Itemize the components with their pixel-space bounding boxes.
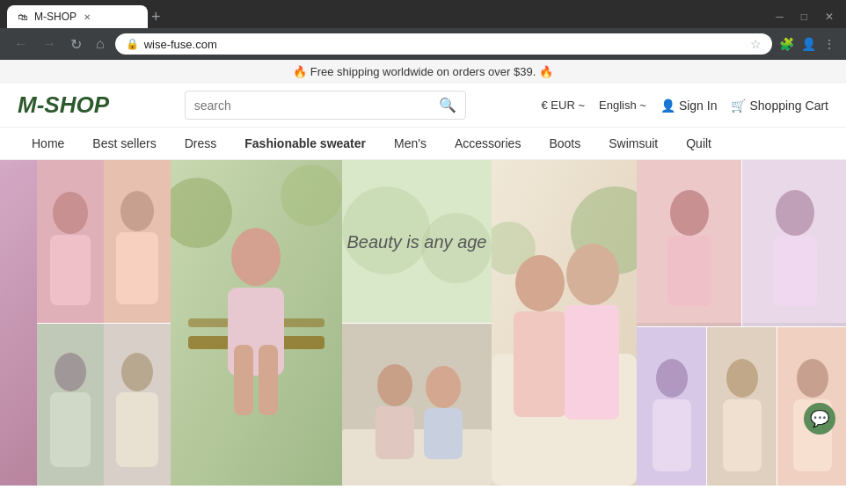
address-bar[interactable]: 🔒 wise-fuse.com ☆ <box>115 33 772 55</box>
svg-point-45 <box>656 359 688 398</box>
cart-icon: 🛒 <box>731 99 746 113</box>
nav-quilt[interactable]: Quilt <box>672 128 726 159</box>
col-left-strip <box>0 160 37 486</box>
col-right <box>637 160 846 486</box>
svg-point-51 <box>797 359 828 398</box>
maximize-button[interactable]: □ <box>796 9 813 25</box>
svg-rect-35 <box>514 311 566 417</box>
tab-title: M-SHOP <box>34 11 77 23</box>
svg-point-42 <box>776 190 814 236</box>
svg-point-48 <box>726 359 758 398</box>
img-outfit-4 <box>707 327 777 486</box>
new-tab-button[interactable]: + <box>151 8 161 26</box>
profile-icon[interactable]: 👤 <box>801 37 816 51</box>
col-right-top <box>637 160 846 326</box>
language-selector[interactable]: English ~ <box>599 99 646 112</box>
reload-button[interactable]: ↻ <box>67 34 85 55</box>
nav-mens[interactable]: Men's <box>380 128 441 159</box>
toolbar-icons: 🧩 👤 ⋮ <box>779 37 835 51</box>
img-col2-top <box>37 160 104 323</box>
svg-point-34 <box>515 255 565 311</box>
img-strip-1 <box>0 160 37 486</box>
cart-label: Shopping Cart <box>749 99 828 113</box>
svg-rect-5 <box>50 392 91 467</box>
sign-in-button[interactable]: 👤 Sign In <box>660 99 718 113</box>
img-outfit-2 <box>742 160 846 326</box>
close-button[interactable]: ✕ <box>820 9 839 25</box>
search-icon[interactable]: 🔍 <box>439 97 456 113</box>
nav-home[interactable]: Home <box>18 128 78 159</box>
svg-rect-17 <box>234 345 253 415</box>
svg-rect-8 <box>116 232 158 304</box>
svg-rect-11 <box>116 392 158 467</box>
url-text: wise-fuse.com <box>144 38 745 51</box>
svg-rect-49 <box>723 399 762 471</box>
img-col2-bottom <box>37 324 104 486</box>
svg-point-7 <box>120 191 154 231</box>
forward-button[interactable]: → <box>39 34 60 54</box>
banner-text: 🔥 Free shipping worldwide on orders over… <box>293 65 553 78</box>
currency-selector[interactable]: € EUR ~ <box>542 99 586 112</box>
svg-point-26 <box>377 364 412 406</box>
tab-favicon: 🛍 <box>18 11 27 22</box>
svg-rect-25 <box>342 429 492 486</box>
svg-rect-43 <box>773 236 817 306</box>
nav-swimsuit[interactable]: Swimsuit <box>594 128 672 159</box>
svg-point-20 <box>281 164 342 226</box>
back-button[interactable]: ← <box>11 34 32 54</box>
img-two-women-sitting <box>342 324 492 486</box>
svg-rect-2 <box>50 235 91 305</box>
svg-point-10 <box>121 353 153 391</box>
site-header: M-SHOP 🔍 € EUR ~ English ~ 👤 Sign In 🛒 S… <box>0 84 846 128</box>
search-bar[interactable]: 🔍 <box>185 91 466 120</box>
nav-fashionable-sweater[interactable]: Fashionable sweater <box>230 128 380 159</box>
lock-icon: 🔒 <box>126 38 139 50</box>
svg-rect-18 <box>259 345 278 415</box>
browser-tab-active[interactable]: 🛍 M-SHOP ✕ <box>7 5 148 28</box>
menu-icon[interactable]: ⋮ <box>823 37 835 51</box>
col-3 <box>104 160 171 486</box>
img-col3-top <box>104 160 171 323</box>
svg-rect-27 <box>376 406 414 459</box>
svg-point-15 <box>231 228 281 286</box>
svg-point-39 <box>670 190 709 236</box>
header-right: € EUR ~ English ~ 👤 Sign In 🛒 Shopping C… <box>542 99 828 113</box>
svg-rect-40 <box>667 236 711 306</box>
nav-boots[interactable]: Boots <box>535 128 594 159</box>
nav-best-sellers[interactable]: Best sellers <box>78 128 170 159</box>
tab-close-button[interactable]: ✕ <box>84 12 91 22</box>
image-mosaic: Beauty is any age <box>0 160 846 486</box>
img-women-couch <box>492 160 637 486</box>
search-input[interactable] <box>194 99 432 113</box>
col-5: Beauty is any age <box>342 160 492 486</box>
chat-bubble[interactable]: 💬 <box>804 403 835 435</box>
svg-point-36 <box>566 244 619 305</box>
svg-rect-29 <box>424 408 463 459</box>
extensions-icon[interactable]: 🧩 <box>779 37 794 51</box>
img-beauty-overlay: Beauty is any age <box>342 160 492 323</box>
svg-rect-46 <box>653 399 691 471</box>
nav-accessories[interactable]: Accessories <box>441 128 535 159</box>
minimize-button[interactable]: ─ <box>770 9 789 25</box>
sign-in-label: Sign In <box>679 99 718 113</box>
img-outfit-1 <box>637 160 741 326</box>
currency-label: € EUR ~ <box>542 99 586 112</box>
svg-point-1 <box>53 192 88 234</box>
chat-icon: 💬 <box>810 409 829 428</box>
home-button[interactable]: ⌂ <box>92 34 108 54</box>
user-icon: 👤 <box>660 99 675 113</box>
beauty-tagline: Beauty is any age <box>347 230 487 254</box>
shipping-banner: 🔥 Free shipping worldwide on orders over… <box>0 60 846 84</box>
img-center-bench <box>171 160 342 486</box>
star-icon[interactable]: ☆ <box>750 37 762 51</box>
svg-rect-37 <box>565 305 619 420</box>
site-logo[interactable]: M-SHOP <box>18 91 109 119</box>
svg-point-28 <box>426 366 461 408</box>
main-nav: Home Best sellers Dress Fashionable swea… <box>0 128 846 160</box>
img-outfit-3 <box>637 327 706 486</box>
window-controls: ─ □ ✕ <box>770 9 839 25</box>
shopping-cart-button[interactable]: 🛒 Shopping Cart <box>731 99 828 113</box>
img-col3-bottom <box>104 324 171 486</box>
col-2 <box>37 160 104 486</box>
nav-dress[interactable]: Dress <box>171 128 231 159</box>
